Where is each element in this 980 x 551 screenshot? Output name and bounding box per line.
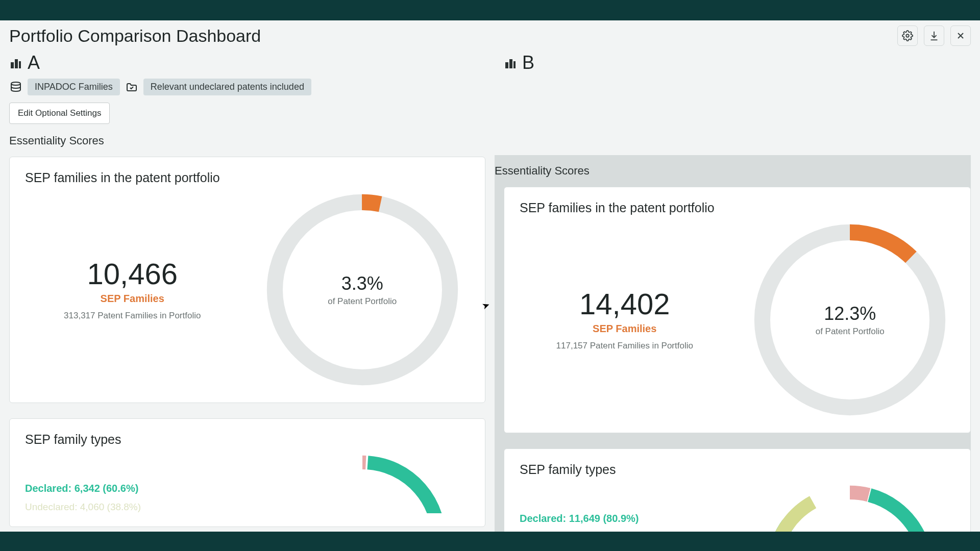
declared-b: Declared: 11,649 (80.9%) xyxy=(520,513,730,524)
section-essentiality-b: Essentiality Scores xyxy=(495,155,971,178)
card-sep-families-b: SEP families in the patent portfolio 14,… xyxy=(504,187,971,433)
donut-chart-b: 12.3% of Patent Portfolio xyxy=(745,220,955,419)
building-icon xyxy=(9,56,22,69)
types-legend-b: Declared: 11,649 (80.9%) Undeclared: 2,1… xyxy=(520,482,730,532)
chip-inpadoc[interactable]: INPADOC Families xyxy=(28,79,120,95)
folder-icon xyxy=(125,81,138,94)
close-button[interactable] xyxy=(950,26,971,46)
card-sep-families-a: SEP families in the patent portfolio 10,… xyxy=(9,157,485,403)
database-icon xyxy=(9,81,22,94)
download-icon xyxy=(928,30,940,41)
portfolio-b-header: B xyxy=(504,52,971,73)
percent-a: 3.3% xyxy=(328,273,397,294)
svg-point-0 xyxy=(906,34,909,37)
card-sep-types-b: SEP family types Declared: 11,649 (80.9%… xyxy=(504,448,971,532)
total-families-a: 313,317 Patent Families in Portfolio xyxy=(25,311,240,321)
portfolio-a-header: A xyxy=(9,52,485,73)
percent-sub-b: of Patent Portfolio xyxy=(816,327,885,337)
app-frame: Portfolio Comparison Dashboard xyxy=(0,20,980,532)
types-legend-a: Declared: 6,342 (60.6%) Undeclared: 4,06… xyxy=(25,452,240,513)
settings-button[interactable] xyxy=(897,26,918,46)
card-title-types-b: SEP family types xyxy=(520,462,955,477)
svg-point-4 xyxy=(11,82,20,85)
portfolio-b-name: B xyxy=(522,52,534,73)
card-sep-types-a: SEP family types Declared: 6,342 (60.6%)… xyxy=(9,418,485,527)
undeclared-a: Undeclared: 4,060 (38.8%) xyxy=(25,502,240,513)
close-icon xyxy=(955,31,966,41)
sep-stats-a: 10,466 SEP Families 313,317 Patent Famil… xyxy=(25,259,240,321)
section-essentiality-a: Essentiality Scores xyxy=(9,134,485,147)
types-donut-b xyxy=(745,482,955,532)
selected-region-b: Essentiality Scores SEP families in the … xyxy=(495,155,971,532)
edit-optional-settings-button[interactable]: Edit Optional Settings xyxy=(9,103,110,124)
page-title: Portfolio Comparison Dashboard xyxy=(9,26,261,46)
svg-rect-11 xyxy=(509,59,512,68)
percent-sub-a: of Patent Portfolio xyxy=(328,296,397,307)
svg-rect-3 xyxy=(19,61,21,68)
comparison-columns: A INPADOC Families Relev xyxy=(0,52,980,532)
portfolio-column-a: A INPADOC Families Relev xyxy=(0,52,495,532)
declared-a: Declared: 6,342 (60.6%) xyxy=(25,483,240,494)
svg-rect-12 xyxy=(513,61,516,68)
header-row: Portfolio Comparison Dashboard xyxy=(0,20,980,46)
download-button[interactable] xyxy=(924,26,944,46)
filter-chips-row: INPADOC Families Relevant undeclared pat… xyxy=(9,79,485,95)
portfolio-a-name: A xyxy=(28,52,40,73)
svg-rect-1 xyxy=(11,62,14,68)
sep-count-b: 14,402 xyxy=(520,289,730,319)
gear-icon xyxy=(902,30,913,41)
svg-rect-10 xyxy=(505,62,508,68)
header-actions xyxy=(897,26,971,46)
building-icon xyxy=(504,56,517,69)
donut-chart-a: 3.3% of Patent Portfolio xyxy=(255,190,470,389)
types-donut-a xyxy=(255,452,470,513)
sep-label-b: SEP Families xyxy=(520,323,730,335)
sep-count-a: 10,466 xyxy=(25,259,240,289)
card-title-sep-a: SEP families in the patent portfolio xyxy=(25,170,470,185)
sep-label-a: SEP Families xyxy=(25,293,240,305)
sep-stats-b: 14,402 SEP Families 117,157 Patent Famil… xyxy=(520,289,730,351)
total-families-b: 117,157 Patent Families in Portfolio xyxy=(520,341,730,351)
percent-b: 12.3% xyxy=(816,303,885,324)
portfolio-column-b: B Essentiality Scores SEP families in th… xyxy=(495,52,980,532)
chip-undeclared[interactable]: Relevant undeclared patents included xyxy=(143,79,311,95)
card-title-types-a: SEP family types xyxy=(25,432,470,447)
card-title-sep-b: SEP families in the patent portfolio xyxy=(520,201,955,215)
svg-rect-2 xyxy=(15,59,18,68)
